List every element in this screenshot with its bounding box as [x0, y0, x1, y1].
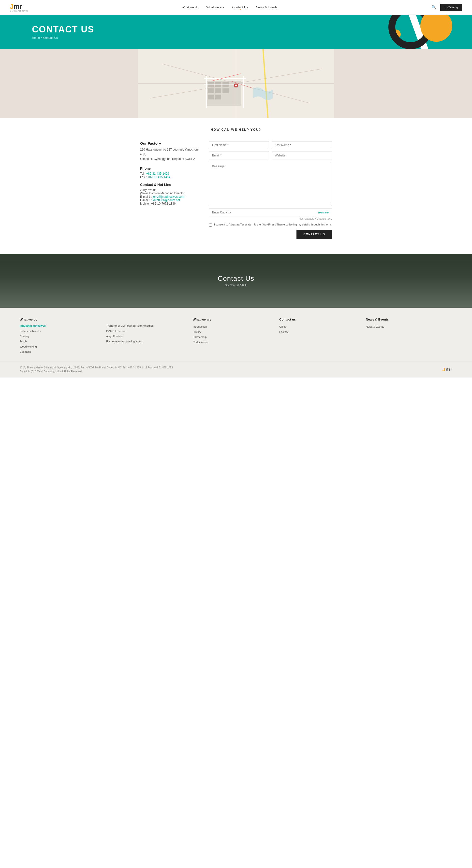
consent-checkbox[interactable] [209, 223, 212, 227]
website-input[interactable] [272, 152, 332, 159]
fax-row: Fax : +82-31-435-1454 [140, 175, 199, 179]
nav-what-we-do[interactable]: What we do [182, 5, 199, 9]
captcha-input[interactable] [212, 211, 318, 214]
footer-copyright: Copyright (C) J-Metal Company, Ltd. All … [20, 370, 82, 373]
footer-bottom: 1028, Siheung-daero, Siheung-si, Gyeongg… [0, 362, 472, 377]
svg-point-22 [235, 85, 237, 87]
footer-link-pvace[interactable]: PVAce Emulsion [106, 329, 188, 334]
ecatalog-button[interactable]: E-Catalog [440, 4, 462, 11]
contact-role: (Sales Division Managing Director) [140, 192, 199, 195]
svg-rect-12 [223, 88, 229, 93]
footer-link-acryl[interactable]: Acryl Emulsion [106, 334, 188, 339]
search-button[interactable]: 🔍 [432, 5, 436, 9]
footer-link-office[interactable]: Office [279, 324, 361, 329]
nav-news-events[interactable]: News & Events [256, 5, 277, 9]
footer-bottom-address: 1028, Siheung-daero, Siheung-si, Gyeongg… [20, 366, 173, 374]
fax-link[interactable]: +82-31-435-1454 [148, 175, 170, 179]
email-input[interactable] [209, 152, 269, 159]
footer-link-polymeric[interactable]: Polymeric binders [20, 329, 101, 334]
email2-link[interactable]: kmh8586@daum.net [153, 198, 180, 202]
footer-link-factory[interactable]: Factory [279, 329, 361, 335]
map-section [0, 49, 472, 118]
footer-link-woodworking[interactable]: Wood working [20, 344, 101, 349]
map-svg [0, 49, 472, 118]
footer-link-certifications[interactable]: Certifications [193, 340, 274, 345]
mobile-value: +82-10-7672-1336 [151, 202, 176, 205]
email1-link[interactable]: jerry@jmadhesives.com [153, 195, 184, 198]
main-header: Jmr J-Metal Adhesives What we do What we… [0, 0, 472, 15]
factory-address: 210 Hwanggeum-ro 127 beon-gil, Yangchon-… [140, 147, 199, 162]
svg-rect-14 [215, 95, 221, 99]
logo-subtitle: J-Metal Adhesives [10, 9, 28, 12]
footer-address: 1028, Siheung-daero, Siheung-si, Gyeongg… [20, 366, 173, 369]
footer-col1-title: What we do [20, 317, 101, 321]
hero-banner: CONTACT US Home > Contact Us [0, 15, 472, 49]
breadcrumb-home[interactable]: Home [32, 36, 40, 39]
footer-col1-sub2: Transfer of JM - owned Technologies [106, 324, 188, 327]
consent-text: I consent to Adrastea Template - Jupiter… [214, 223, 332, 226]
contact-info: Our Factory 210 Hwanggeum-ro 127 beon-gi… [140, 141, 199, 239]
footer-col-what-we-do: What we do Industrial adhesives Polymeri… [20, 317, 106, 354]
phone-title: Phone [140, 166, 199, 170]
email2-row: E-mail2 : kmh8586@daum.net [140, 198, 199, 202]
nav-contact-us[interactable]: Contact Us [232, 5, 248, 9]
footer-link-partnership[interactable]: Partnership [193, 335, 274, 340]
logo[interactable]: Jmr J-Metal Adhesives [10, 3, 28, 12]
svg-rect-10 [208, 88, 214, 93]
hotline-title: Contact & Hot Line [140, 183, 199, 187]
footer-banner-sub[interactable]: SHOW MORE [225, 284, 247, 287]
tel-row: Tel : +82-31-435-1429 [140, 172, 199, 175]
first-name-input[interactable] [209, 141, 269, 149]
footer-banner-title: Contact Us [218, 275, 255, 282]
captcha-brand: teaware [318, 211, 329, 214]
submit-button[interactable]: CONTACT US [296, 230, 332, 239]
breadcrumb: Home > Contact Us [32, 36, 94, 39]
phone-section: Phone Tel : +82-31-435-1429 Fax : +82-31… [140, 166, 199, 179]
header-actions: 🔍 E-Catalog [432, 4, 462, 11]
svg-rect-11 [215, 88, 221, 93]
logo-m: m [13, 3, 20, 10]
footer-links: What we do Industrial adhesives Polymeri… [0, 308, 472, 362]
submit-row: CONTACT US [209, 230, 332, 239]
hotline-section: Contact & Hot Line Jerry Kweon (Sales Di… [140, 183, 199, 205]
tel-link[interactable]: +82-31-435-1429 [146, 172, 169, 175]
consent-row: I consent to Adrastea Template - Jupiter… [209, 223, 332, 227]
nav-what-we-are[interactable]: What we are [206, 5, 224, 9]
footer-col-news: News & Events News & Events [366, 317, 452, 354]
svg-rect-13 [208, 95, 214, 99]
contact-name: Jerry Kweon [140, 188, 199, 192]
footer-logo[interactable]: Jmr [442, 367, 452, 373]
hero-title: CONTACT US [32, 24, 94, 35]
footer-col3-title: Contact us [279, 317, 361, 321]
breadcrumb-separator: > [40, 36, 43, 39]
hero-decoration [349, 15, 472, 49]
not-readable-text[interactable]: Not readable? Change text. [209, 217, 332, 220]
footer-link-flame[interactable]: Flame retardant coating agent [106, 339, 188, 344]
footer-banner: Contact Us SHOW MORE [0, 254, 472, 308]
name-row [209, 141, 332, 149]
footer-link-history[interactable]: History [193, 329, 274, 335]
footer-col-contact: Contact us Office Factory [279, 317, 366, 354]
factory-title: Our Factory [140, 141, 199, 146]
footer-col-what-we-are: What we are Introduction History Partner… [193, 317, 279, 354]
contact-row [209, 152, 332, 159]
breadcrumb-current: Contact Us [43, 36, 58, 39]
footer-col4-title: News & Events [366, 317, 447, 321]
footer-link-textile[interactable]: Textile [20, 339, 101, 344]
footer-col2-title: What we are [193, 317, 274, 321]
footer-link-cosmetic[interactable]: Cosmetic [20, 349, 101, 354]
footer-link-introduction[interactable]: Introduction [193, 324, 274, 329]
last-name-input[interactable] [272, 141, 332, 149]
help-title: HOW CAN WE HELP YOU? [5, 128, 467, 131]
footer-link-coating[interactable]: Coating [20, 334, 101, 339]
contact-body: Our Factory 210 Hwanggeum-ro 127 beon-gi… [135, 141, 337, 239]
footer-logo-m: m [445, 367, 450, 373]
map-placeholder [0, 49, 472, 118]
contact-form: teaware Not readable? Change text. I con… [209, 141, 332, 239]
email1-row: E-mail1 : jerry@jmadhesives.com [140, 195, 199, 198]
footer-columns: What we do Industrial adhesives Polymeri… [20, 317, 452, 354]
footer-col-what-we-do-2: - Transfer of JM - owned Technologies PV… [106, 317, 193, 354]
footer-col1-sub1: Industrial adhesives [20, 324, 101, 327]
message-textarea[interactable] [209, 162, 332, 206]
footer-link-news[interactable]: News & Events [366, 324, 447, 329]
